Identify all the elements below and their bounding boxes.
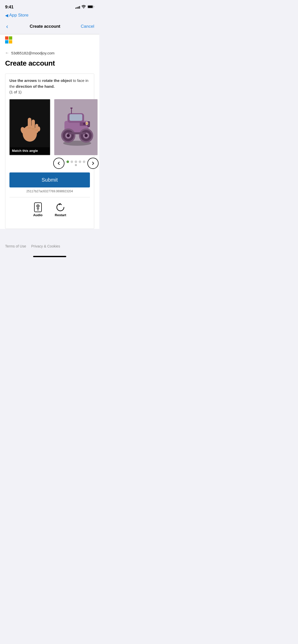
svg-point-32: [67, 134, 70, 137]
svg-rect-5: [32, 120, 35, 132]
logo-square-blue: [5, 40, 8, 43]
submit-button[interactable]: Submit: [9, 172, 90, 187]
captcha-counter: (1 of 1): [9, 90, 22, 94]
action-row: Audio Restart: [9, 197, 90, 225]
refresh-icon: [56, 203, 64, 212]
svg-rect-1: [88, 6, 93, 8]
hand-svg: [17, 111, 43, 144]
app-store-label: App Store: [9, 13, 29, 18]
terms-of-use-link[interactable]: Terms of Use: [5, 244, 26, 248]
arrow-left-icon: [57, 161, 61, 166]
microsoft-logo: [5, 36, 12, 43]
svg-point-7: [37, 126, 40, 131]
dot-3: [75, 160, 77, 163]
battery-icon: [87, 5, 94, 9]
bottom-links: Terms of Use Privacy & Cookies: [0, 234, 99, 253]
audio-icon: [34, 202, 42, 212]
car-controls: [53, 158, 99, 169]
match-label: Match this angle: [10, 147, 50, 155]
svg-point-18: [83, 123, 86, 125]
instructions-bold-2: rotate the object: [42, 78, 72, 83]
dots-row-bottom: [75, 164, 77, 166]
instructions-bold-1: Use the arrows: [9, 78, 37, 83]
logo-square-yellow: [9, 40, 12, 43]
captcha-instructions: Use the arrows to rotate the object to f…: [9, 78, 90, 95]
restart-icon: [56, 202, 64, 212]
dot-5: [83, 160, 85, 163]
status-icons: [75, 5, 94, 9]
progress-dots: [66, 160, 85, 166]
nav-bar: ‹ Create account Cancel: [0, 20, 99, 34]
status-time: 9:41: [5, 5, 13, 10]
svg-rect-15: [70, 108, 73, 109]
cancel-button[interactable]: Cancel: [81, 24, 94, 29]
truck-svg: [57, 106, 95, 149]
home-bar: [33, 256, 66, 257]
home-indicator: [0, 253, 99, 262]
instructions-bold-3: direction of the hand.: [16, 84, 55, 89]
nav-title: Create account: [30, 24, 60, 29]
logo-bar: [0, 34, 99, 46]
privacy-cookies-link[interactable]: Privacy & Cookies: [31, 244, 60, 248]
email-back-row: ← 53d65182@moodjoy.com: [5, 51, 94, 55]
svg-rect-4: [28, 118, 31, 130]
restart-button[interactable]: Restart: [55, 202, 66, 217]
signal-icon: [75, 6, 80, 9]
audio-button[interactable]: Audio: [33, 202, 43, 217]
svg-rect-38: [37, 209, 39, 210]
logo-square-green: [9, 36, 12, 40]
svg-rect-16: [70, 114, 82, 121]
svg-point-24: [86, 122, 88, 124]
svg-rect-37: [37, 208, 39, 209]
captcha-box: Use the arrows to rotate the object to f…: [5, 74, 94, 229]
dots-row-top: [66, 160, 85, 163]
nav-back-button[interactable]: ‹: [5, 22, 9, 31]
speaker-icon: [34, 202, 42, 212]
svg-point-28: [85, 134, 88, 137]
car-image: [54, 99, 98, 155]
status-bar: 9:41: [0, 0, 99, 12]
rotate-right-button[interactable]: [87, 158, 99, 169]
car-image-container: [53, 99, 99, 169]
app-store-back-arrow-icon: ◀: [5, 13, 8, 18]
audio-label: Audio: [33, 213, 43, 217]
wifi-icon: [82, 5, 86, 9]
dot-4: [79, 160, 81, 163]
svg-rect-33: [68, 132, 86, 134]
dot-2: [71, 160, 73, 163]
main-content: ← 53d65182@moodjoy.com Create account Us…: [0, 46, 99, 229]
captcha-images-row: Match this angle: [9, 99, 90, 169]
dot-bottom: [75, 164, 77, 166]
rotate-left-button[interactable]: [53, 158, 64, 169]
arrow-right-icon: [91, 161, 95, 166]
dot-1: [66, 160, 69, 163]
restart-label: Restart: [55, 213, 66, 217]
email-display: 53d65182@moodjoy.com: [11, 51, 55, 55]
page-title: Create account: [5, 59, 94, 67]
svg-point-36: [37, 206, 38, 207]
hand-image: Match this angle: [9, 99, 50, 155]
instructions-text-1: to: [38, 78, 42, 83]
logo-square-red: [5, 36, 8, 40]
svg-rect-14: [71, 108, 72, 114]
svg-rect-39: [37, 210, 38, 211]
email-back-arrow-icon: ←: [5, 51, 9, 55]
captcha-token: 25117b27ac6327769.0698923204: [9, 189, 90, 193]
app-store-back-bar: ◀ App Store: [0, 12, 99, 20]
